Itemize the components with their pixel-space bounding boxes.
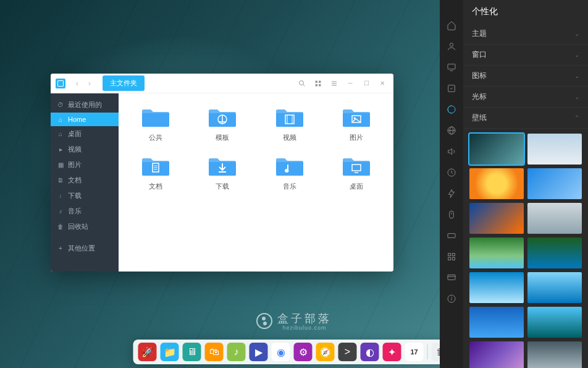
watermark-subtitle: hezibuluo.com <box>277 325 332 331</box>
dock-launcher[interactable]: 🚀 <box>138 343 157 361</box>
svg-rect-44 <box>448 257 451 260</box>
wallpaper-thumb-5[interactable] <box>527 203 582 234</box>
wallpaper-thumb-6[interactable] <box>469 237 524 268</box>
network-icon[interactable] <box>446 125 457 136</box>
wallpaper-thumb-9[interactable] <box>527 272 582 303</box>
personalization-icon[interactable] <box>446 104 457 115</box>
view-list-icon[interactable] <box>328 77 340 90</box>
home-icon[interactable] <box>446 20 457 31</box>
folder-icon <box>140 153 172 178</box>
dock-video[interactable]: ▶ <box>250 343 268 361</box>
settings-section-光标[interactable]: 光标⌄ <box>463 87 588 108</box>
sidebar-item-home[interactable]: ⌂Home <box>51 113 119 126</box>
sidebar-item-下载[interactable]: ↓下载 <box>51 188 119 203</box>
window-close-button[interactable]: ✕ <box>376 77 388 90</box>
folder-icon <box>140 105 172 129</box>
sidebar-icon: ♪ <box>57 208 64 215</box>
wallpaper-thumb-12[interactable] <box>469 341 524 368</box>
wallpaper-thumb-1[interactable] <box>527 134 582 165</box>
settings-title: 个性化 <box>463 0 588 24</box>
folder-文档[interactable]: 文档 <box>125 153 187 191</box>
dock: 🚀📁🖥🛍♪▶◉⚙🧭>◐✦17🗑 <box>133 340 455 364</box>
wallpaper-thumb-11[interactable] <box>527 307 582 338</box>
sidebar-label: Home <box>68 116 86 123</box>
chevron-down-icon: ⌄ <box>574 51 579 58</box>
folder-icon <box>274 153 306 178</box>
watermark-title: 盒子部落 <box>277 311 332 326</box>
dock-app2[interactable]: ✦ <box>383 343 401 361</box>
dock-files[interactable]: 📁 <box>161 343 179 361</box>
folder-label: 图片 <box>350 133 363 142</box>
watermark-logo-icon <box>256 313 272 329</box>
search-icon[interactable] <box>296 77 308 90</box>
svg-rect-4 <box>316 84 318 87</box>
dock-display[interactable]: 🖥 <box>183 343 201 361</box>
wallpaper-thumb-3[interactable] <box>527 168 582 199</box>
sidebar-label: 视频 <box>68 145 82 154</box>
dock-safari[interactable]: 🧭 <box>316 343 335 361</box>
svg-rect-42 <box>448 254 451 256</box>
keyboard-icon[interactable] <box>446 230 457 241</box>
account-icon[interactable] <box>446 41 457 52</box>
wallpaper-thumb-13[interactable] <box>527 341 582 368</box>
default-apps-icon[interactable] <box>446 83 457 94</box>
wallpaper-thumb-0[interactable] <box>469 134 524 165</box>
folder-图片[interactable]: 图片 <box>326 105 387 142</box>
settings-panel: 个性化 主题⌄窗口⌄图标⌄光标⌄壁纸⌃字体⌄ <box>440 0 588 368</box>
location-tab[interactable]: 主文件夹 <box>103 75 145 91</box>
folder-label: 下载 <box>216 182 229 191</box>
sidebar-label: 文档 <box>68 176 82 185</box>
display-icon[interactable] <box>446 62 457 73</box>
sidebar-item-其他位置[interactable]: +其他位置 <box>51 241 119 256</box>
wallpaper-thumb-8[interactable] <box>469 272 524 303</box>
mouse-icon[interactable] <box>446 209 457 220</box>
sidebar-item-最近使用的[interactable]: ⏱最近使用的 <box>51 97 119 113</box>
window-minimize-button[interactable]: ─ <box>344 77 356 90</box>
dock-store[interactable]: 🛍 <box>205 343 224 361</box>
settings-section-主题[interactable]: 主题⌄ <box>463 24 588 45</box>
wallpaper-thumb-4[interactable] <box>469 203 524 234</box>
dock-settings[interactable]: ⚙ <box>294 343 313 361</box>
time-icon[interactable] <box>446 167 457 178</box>
svg-rect-45 <box>452 257 455 260</box>
wallpaper-thumb-7[interactable] <box>527 237 582 268</box>
settings-section-图标[interactable]: 图标⌄ <box>463 66 588 87</box>
section-label: 壁纸 <box>472 113 487 123</box>
window-maximize-button[interactable]: ☐ <box>360 77 372 90</box>
settings-section-壁纸[interactable]: 壁纸⌃ <box>463 108 588 129</box>
wallpaper-thumb-2[interactable] <box>469 168 524 199</box>
dock-music[interactable]: ♪ <box>227 343 246 361</box>
nav-forward-button[interactable]: › <box>84 78 95 89</box>
folder-公共[interactable]: 公共 <box>125 105 187 142</box>
folder-label: 音乐 <box>283 182 296 191</box>
settings-section-窗口[interactable]: 窗口⌄ <box>463 45 588 66</box>
sidebar-item-音乐[interactable]: ♪音乐 <box>51 203 119 219</box>
sidebar-item-视频[interactable]: ▸视频 <box>51 142 119 157</box>
dock-chrome[interactable]: ◉ <box>272 343 290 361</box>
svg-rect-5 <box>319 84 321 87</box>
svg-rect-27 <box>448 64 455 69</box>
folder-视频[interactable]: 视频 <box>259 105 321 142</box>
settings-category-rail <box>440 0 463 368</box>
dock-calendar[interactable]: 17 <box>405 343 424 361</box>
update-icon[interactable] <box>446 272 457 283</box>
dock-app1[interactable]: ◐ <box>361 343 379 361</box>
sidebar-item-回收站[interactable]: 🗑回收站 <box>51 219 119 234</box>
folder-下载[interactable]: 下载 <box>191 153 253 191</box>
power-icon[interactable] <box>446 188 457 199</box>
folder-音乐[interactable]: 音乐 <box>259 153 321 191</box>
sidebar-item-桌面[interactable]: ⌂桌面 <box>51 126 119 142</box>
dock-terminal[interactable]: > <box>338 343 357 361</box>
view-grid-icon[interactable] <box>312 77 324 90</box>
folder-桌面[interactable]: 桌面 <box>326 153 387 191</box>
folder-模板[interactable]: 模板 <box>191 105 253 142</box>
nav-back-button[interactable]: ‹ <box>72 78 83 89</box>
sound-icon[interactable] <box>446 146 457 157</box>
file-manager-window: ‹ › 主文件夹 ─ ☐ ✕ ⏱最近使用的⌂Home⌂桌面▸视频▦图片🗎文档↓下… <box>51 74 393 272</box>
sidebar-item-图片[interactable]: ▦图片 <box>51 157 119 173</box>
wallpaper-thumb-10[interactable] <box>469 307 524 338</box>
sidebar-item-文档[interactable]: 🗎文档 <box>51 173 119 188</box>
info-icon[interactable] <box>446 293 457 304</box>
wallpaper-grid <box>463 129 588 368</box>
shortcuts-icon[interactable] <box>446 251 457 262</box>
